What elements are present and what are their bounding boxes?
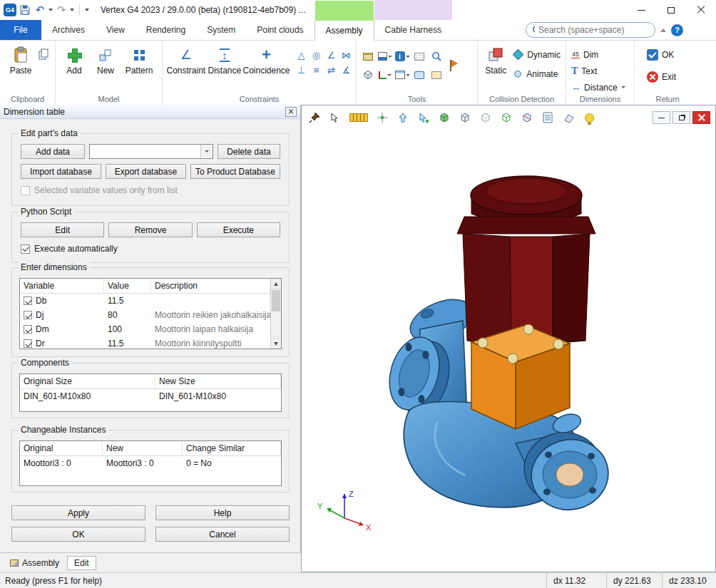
col-variable[interactable]: Variable	[24, 281, 54, 291]
pattern-button[interactable]: Pattern	[121, 43, 157, 88]
feature-list-button[interactable]	[540, 110, 556, 125]
model-tree-button[interactable]	[359, 66, 377, 84]
dynamic-button[interactable]: Dynamic	[511, 47, 563, 62]
undo-dropdown-icon[interactable]	[48, 9, 53, 11]
animate-button[interactable]: Animate	[511, 66, 563, 81]
edges-view-button[interactable]	[498, 110, 514, 125]
distance-constraint-button[interactable]: ↕ Distance	[207, 43, 242, 88]
undo-button[interactable]: ↶	[34, 3, 46, 17]
viewport-minimize-button[interactable]	[653, 111, 670, 124]
concentric-constraint-icon[interactable]: ◎	[310, 48, 323, 62]
tab-cable-harness[interactable]: Cable Harness	[374, 20, 452, 40]
col-change-similar[interactable]: Change Similar	[186, 443, 245, 453]
scrollbar-thumb[interactable]	[272, 290, 280, 311]
table-row[interactable]: Db 11.5	[20, 294, 270, 308]
only-from-list-checkbox[interactable]	[21, 186, 30, 195]
paste-button[interactable]: Paste	[3, 43, 39, 88]
measure-button[interactable]	[348, 110, 369, 125]
python-execute-button[interactable]: Execute	[197, 222, 280, 237]
angle-dimension-icon[interactable]: ∠	[324, 48, 338, 62]
search-input[interactable]	[538, 25, 649, 35]
copy-button[interactable]	[39, 43, 49, 62]
note-button[interactable]	[411, 47, 428, 66]
shaded-view-button[interactable]	[436, 110, 452, 125]
help-button[interactable]: ?	[671, 24, 683, 36]
view-tool-button[interactable]	[411, 66, 428, 84]
apply-button[interactable]: Apply	[11, 505, 145, 520]
to-product-database-button[interactable]: To Product Database	[190, 164, 280, 179]
cancel-button[interactable]: Cancel	[155, 527, 290, 542]
wireframe-view-button[interactable]	[457, 110, 473, 125]
redo-dropdown-icon[interactable]	[70, 9, 74, 11]
adapter-block[interactable]	[471, 324, 570, 429]
options-tool-button[interactable]	[428, 66, 445, 84]
row-checkbox[interactable]	[24, 311, 32, 319]
col-description[interactable]: Description	[155, 281, 198, 291]
perpendicular-constraint-icon[interactable]: ⊥	[295, 63, 308, 77]
row-checkbox[interactable]	[24, 325, 32, 334]
exit-button[interactable]: Exit	[645, 69, 678, 84]
motor[interactable]	[457, 176, 595, 344]
hidden-line-view-button[interactable]	[478, 110, 493, 125]
ok-button[interactable]: OK	[645, 47, 678, 62]
add-data-button[interactable]: Add data	[21, 144, 85, 159]
ok-panel-button[interactable]: OK	[11, 527, 145, 542]
viewport-restore-button[interactable]	[672, 111, 690, 124]
redo-button[interactable]: ↷	[55, 3, 68, 17]
pump-assembly-model[interactable]: Z X Y	[302, 130, 715, 572]
panel-tab-assembly[interactable]: Assembly	[4, 556, 66, 570]
close-button[interactable]	[686, 0, 716, 20]
combobox-dropdown-button[interactable]	[200, 145, 213, 158]
tab-file[interactable]: File	[0, 20, 41, 40]
row-checkbox[interactable]	[24, 339, 32, 348]
python-remove-button[interactable]: Remove	[108, 222, 192, 237]
parallel-constraint-icon[interactable]: ≡	[310, 63, 323, 77]
info-button[interactable]: i	[394, 47, 411, 66]
scroll-down-icon[interactable]	[271, 338, 281, 349]
minimize-button[interactable]	[626, 0, 656, 20]
part-properties-button[interactable]	[359, 47, 377, 66]
col-new[interactable]: New	[106, 443, 123, 453]
tangent-constraint-icon[interactable]: ∡	[339, 63, 353, 77]
col-value[interactable]: Value	[108, 281, 129, 291]
work-plane-button[interactable]	[561, 110, 576, 125]
python-edit-button[interactable]: Edit	[21, 222, 104, 237]
zoom-tool-button[interactable]	[428, 47, 445, 66]
table-scrollbar[interactable]	[270, 279, 281, 349]
tab-system[interactable]: System	[196, 20, 246, 40]
distance-dim-button[interactable]: ↔ Distance	[569, 80, 628, 95]
scroll-up-icon[interactable]	[271, 279, 281, 289]
table-row[interactable]: Dj 80 Moottorin reikien jakohalkaisija	[20, 308, 270, 322]
add-button[interactable]: Add	[58, 43, 90, 88]
new-button[interactable]: New	[90, 43, 121, 88]
section-view-button[interactable]	[519, 110, 535, 125]
viewport-close-button[interactable]	[692, 111, 710, 124]
col-new-size[interactable]: New Size	[159, 376, 195, 386]
import-database-button[interactable]: Import database	[21, 164, 101, 179]
static-button[interactable]: Static	[481, 43, 511, 88]
execute-automatically-checkbox[interactable]	[21, 244, 30, 254]
collapse-ribbon-icon[interactable]	[660, 29, 666, 32]
symmetric-constraint-icon[interactable]: ⇄	[324, 63, 338, 77]
viewport-canvas[interactable]: Z X Y	[302, 130, 715, 572]
panel-tab-edit[interactable]: Edit	[67, 556, 96, 570]
export-database-button[interactable]: Export database	[106, 164, 186, 179]
table-row[interactable]: DIN_601-M10x80 DIN_601-M10x80	[20, 389, 281, 403]
flag-button[interactable]	[445, 47, 462, 84]
row-checkbox[interactable]	[24, 296, 32, 305]
table-row[interactable]: Dm 100 Moottorin laipan halkaisija	[20, 322, 270, 336]
light-button[interactable]	[581, 110, 597, 125]
tab-assembly[interactable]: Assembly	[314, 20, 374, 41]
angle-constraint-icon[interactable]: △	[295, 48, 308, 62]
panel-close-button[interactable]	[285, 107, 297, 117]
constraint-button[interactable]: ∠ Constraint	[165, 43, 207, 88]
mate-constraint-icon[interactable]: ⋈	[339, 48, 353, 62]
delete-data-button[interactable]: Delete data	[218, 144, 280, 159]
table-row[interactable]: Dr 11.5 Moottorin kiinnityspultti	[20, 336, 270, 349]
table-tool-button[interactable]	[394, 66, 411, 84]
tab-archives[interactable]: Archives	[41, 20, 96, 40]
select-add-button[interactable]	[327, 110, 343, 125]
text-button[interactable]: T Text	[569, 63, 628, 78]
coordinate-system-button[interactable]	[377, 66, 394, 84]
save-button[interactable]	[19, 3, 31, 17]
